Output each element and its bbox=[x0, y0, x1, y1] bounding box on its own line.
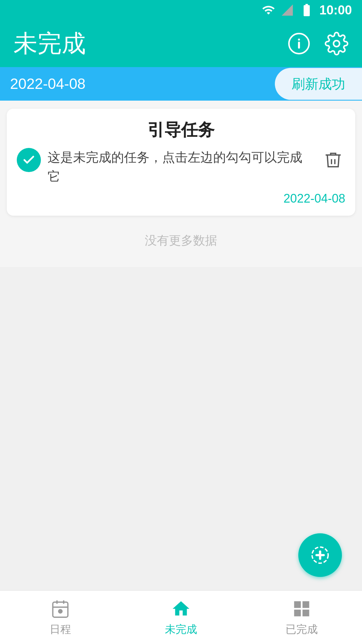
svg-point-3 bbox=[334, 41, 340, 47]
nav-item-schedule[interactable]: 日程 bbox=[0, 598, 121, 637]
svg-rect-14 bbox=[294, 609, 301, 616]
bottom-nav: 日程 未完成 已完成 bbox=[0, 590, 362, 644]
nav-label-incomplete: 未完成 bbox=[165, 622, 197, 637]
svg-rect-12 bbox=[294, 601, 301, 608]
nav-label-schedule: 日程 bbox=[50, 622, 71, 637]
task-card: 引导任务 这是未完成的任务，点击左边的勾勾可以完成它 2022-04-08 bbox=[7, 109, 355, 216]
app-bar: 未完成 bbox=[0, 20, 362, 67]
battery-icon bbox=[299, 3, 314, 17]
settings-icon bbox=[324, 32, 349, 56]
task-check-button[interactable] bbox=[17, 148, 41, 172]
status-bar: 10:00 bbox=[0, 0, 362, 20]
no-more-data: 没有更多数据 bbox=[7, 222, 355, 259]
task-title: 引导任务 bbox=[17, 119, 345, 141]
info-button[interactable] bbox=[287, 32, 311, 56]
svg-rect-15 bbox=[303, 609, 309, 616]
wifi-icon bbox=[262, 3, 275, 17]
svg-point-11 bbox=[59, 609, 62, 613]
task-body: 这是未完成的任务，点击左边的勾勾可以完成它 bbox=[17, 148, 345, 186]
check-icon bbox=[22, 153, 36, 167]
task-description: 这是未完成的任务，点击左边的勾勾可以完成它 bbox=[48, 148, 314, 186]
add-icon bbox=[309, 544, 331, 566]
task-delete-button[interactable] bbox=[321, 148, 345, 172]
add-task-fab[interactable] bbox=[298, 533, 342, 577]
app-bar-title: 未完成 bbox=[13, 28, 287, 60]
delete-icon bbox=[323, 150, 343, 170]
svg-rect-13 bbox=[303, 601, 309, 608]
signal-icon bbox=[281, 3, 294, 17]
nav-label-completed: 已完成 bbox=[286, 622, 318, 637]
content-area: 引导任务 这是未完成的任务，点击左边的勾勾可以完成它 2022-04-08 没有… bbox=[0, 101, 362, 267]
status-icons: 10:00 bbox=[262, 3, 352, 17]
info-icon bbox=[287, 32, 311, 56]
settings-button[interactable] bbox=[324, 32, 349, 56]
home-icon bbox=[170, 598, 192, 620]
app-bar-actions bbox=[287, 32, 349, 56]
nav-item-incomplete[interactable]: 未完成 bbox=[121, 598, 241, 637]
date-filter-bar[interactable]: 2022-04-08 刷新成功 bbox=[0, 67, 362, 101]
refresh-badge: 刷新成功 bbox=[275, 68, 362, 100]
status-time: 10:00 bbox=[319, 3, 352, 17]
schedule-icon bbox=[50, 598, 71, 620]
completed-icon bbox=[291, 598, 312, 620]
nav-item-completed[interactable]: 已完成 bbox=[241, 598, 362, 637]
date-label: 2022-04-08 bbox=[10, 75, 85, 92]
task-date: 2022-04-08 bbox=[17, 192, 345, 206]
